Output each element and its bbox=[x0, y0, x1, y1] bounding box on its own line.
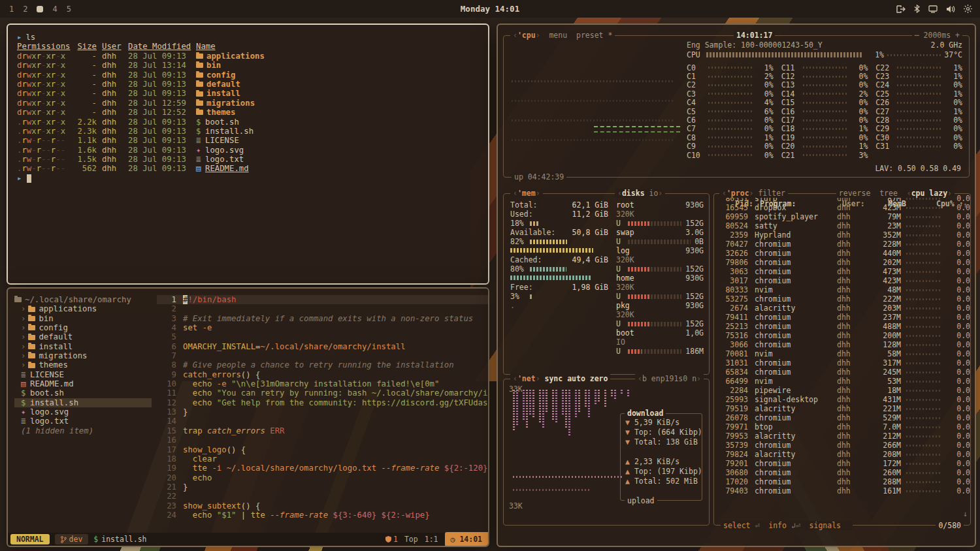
code-line-21[interactable]: 21} bbox=[157, 482, 488, 492]
tree-item-config[interactable]: ›config bbox=[14, 323, 157, 332]
file-row-install.sh[interactable]: .rwxr-xr-x2.3kdhh28 Jul 09:13$install.sh bbox=[17, 127, 479, 136]
process-row-79411[interactable]: 79411chromiumdhh237M0.0 bbox=[714, 313, 970, 322]
file-row-boot.sh[interactable]: .rwxr-xr-x2.2kdhh28 Jul 09:13$boot.sh bbox=[17, 118, 479, 127]
code-line-22[interactable]: 22 bbox=[157, 492, 488, 501]
process-row-26078[interactable]: 26078chromiumdhh529M0.0 bbox=[714, 413, 970, 422]
code-line-24[interactable]: 24 echo "$1" | tte --frame-rate ${3:-640… bbox=[157, 511, 488, 520]
process-row-3066[interactable]: 3066chromiumdhh128M0.0 bbox=[714, 340, 970, 349]
process-row-53275[interactable]: 53275chromiumdhh222M0.0 bbox=[714, 294, 970, 304]
tree-item-LICENSE[interactable]: ≣LICENSE bbox=[14, 370, 157, 379]
tree-item-applications[interactable]: ›applications bbox=[14, 304, 157, 313]
code-line-7[interactable]: 7 bbox=[157, 351, 488, 360]
tree-item-default[interactable]: ›default bbox=[14, 332, 157, 341]
code-line-13[interactable]: 13} bbox=[157, 407, 488, 417]
process-row-79201[interactable]: 79201chromiumdhh172M0.0 bbox=[714, 459, 970, 468]
git-branch[interactable]: dev bbox=[55, 534, 89, 544]
tree-root[interactable]: ~/.local/share/omarchy bbox=[14, 295, 157, 304]
code-line-17[interactable]: 17show_logo() { bbox=[157, 445, 488, 454]
file-row-logo.txt[interactable]: .rw-r--r--1.5kdhh28 Jul 09:13≣logo.txt bbox=[17, 155, 479, 164]
tree-item-bin[interactable]: ›bin bbox=[14, 314, 157, 323]
code-line-10[interactable]: 10 echo -e "\n\e[31mOmarchy installation… bbox=[157, 379, 488, 388]
file-row-LICENSE[interactable]: .rw-r--r--1.1kdhh28 Jul 09:13≣LICENSE bbox=[17, 136, 479, 145]
logout-icon[interactable] bbox=[896, 5, 906, 13]
editor-window[interactable]: ~/.local/share/omarchy ›applications›bin… bbox=[7, 287, 489, 547]
process-row-2359[interactable]: 2359Hyprlanddhh352M0.0 bbox=[714, 230, 970, 240]
file-row-bin[interactable]: drwxr-xr-x-dhh28 Jul 13:14bin bbox=[17, 61, 479, 70]
menu-button[interactable]: menu bbox=[549, 31, 567, 40]
code-editor[interactable]: 1#!/bin/bash23# Exit immediately if a co… bbox=[157, 289, 488, 530]
process-row-2284[interactable]: 2284pipewiredhh18M0.0 bbox=[714, 386, 970, 395]
process-row-25213[interactable]: 25213chromiumdhh488M0.0 bbox=[714, 322, 970, 331]
code-line-15[interactable]: 15trap catch_errors ERR bbox=[157, 426, 488, 435]
tab-proc[interactable]: 'proc bbox=[727, 189, 749, 198]
process-row-79971[interactable]: 79971btopdhh7.0M0.0 bbox=[714, 422, 970, 432]
process-row-3017[interactable]: 3017chromiumdhh423M0.0 bbox=[714, 276, 970, 285]
terminal-window[interactable]: ▸ ls PermissionsSizeUserDate ModifiedNam… bbox=[7, 24, 489, 285]
tab-mem[interactable]: 'mem bbox=[517, 189, 536, 198]
process-row-79824[interactable]: 79824alacrittydhh208M0.0 bbox=[714, 450, 970, 459]
process-row-32626[interactable]: 32626chromiumdhh440M0.0 bbox=[714, 249, 970, 258]
code-line-18[interactable]: 18 clear bbox=[157, 454, 488, 464]
code-line-23[interactable]: 23show_subtext() { bbox=[157, 501, 488, 511]
code-line-12[interactable]: 12 echo "Get help from the community: ht… bbox=[157, 398, 488, 407]
process-row-80524[interactable]: 80524sattydhh23M0.0 bbox=[714, 221, 970, 230]
net-interface[interactable]: ‹b enp191s0 n› bbox=[635, 374, 704, 383]
reverse-toggle[interactable]: reverse bbox=[839, 189, 870, 198]
filter-button[interactable]: filter bbox=[758, 189, 785, 198]
code-line-2[interactable]: 2 bbox=[157, 304, 488, 313]
file-row-migrations[interactable]: drwxr-xr-x-dhh28 Jul 12:59migrations bbox=[17, 99, 479, 108]
process-row-79806[interactable]: 79806chromiumdhh202M0.0 bbox=[714, 258, 970, 267]
code-line-8[interactable]: 8# Give people a chance to retry running… bbox=[157, 360, 488, 370]
tab-disks[interactable]: disks bbox=[622, 189, 645, 198]
net-modes[interactable]: sync auto zero bbox=[545, 374, 608, 383]
code-line-6[interactable]: 6OMARCHY_INSTALL=~/.local/share/omarchy/… bbox=[157, 342, 488, 351]
tree-item-install[interactable]: ›install bbox=[14, 342, 157, 351]
update-interval[interactable]: ─ 2000ms + bbox=[912, 31, 962, 40]
file-row-default[interactable]: drwxr-xr-x-dhh28 Jul 09:13default bbox=[17, 80, 479, 89]
process-row-2674[interactable]: 2674alacrittydhh203M0.0 bbox=[714, 304, 970, 313]
tree-item-boot.sh[interactable]: $boot.sh bbox=[14, 388, 157, 398]
code-line-3[interactable]: 3# Exit immediately if a command exits w… bbox=[157, 314, 488, 323]
process-row-35739[interactable]: 35739chromiumdhh266M0.0 bbox=[714, 441, 970, 450]
process-row-79519[interactable]: 79519alacrittydhh221M0.0 bbox=[714, 404, 970, 413]
process-row-30680[interactable]: 30680chromiumdhh260M0.0 bbox=[714, 468, 970, 477]
process-row-79403[interactable]: 79403chromiumdhh161M0.0 bbox=[714, 486, 970, 496]
tab-net[interactable]: 'net bbox=[517, 374, 536, 383]
tree-item-logo.svg[interactable]: ✦logo.svg bbox=[14, 407, 157, 417]
file-row-install[interactable]: drwxr-xr-x-dhh28 Jul 09:13install bbox=[17, 89, 479, 98]
process-row-70081[interactable]: 70081nvimdhh58M0.0 bbox=[714, 349, 970, 358]
preset-button[interactable]: preset * bbox=[576, 31, 612, 40]
process-row-69959[interactable]: 69959spotify_playerdhh79M0.0 bbox=[714, 212, 970, 221]
code-line-11[interactable]: 11 echo "You can retry by running: bash … bbox=[157, 388, 488, 398]
code-line-9[interactable]: 9catch_errors() { bbox=[157, 370, 488, 379]
code-line-19[interactable]: 19 tte -i ~/.local/share/omarchy/logo.tx… bbox=[157, 464, 488, 473]
tab-io[interactable]: io bbox=[649, 189, 659, 198]
process-row-31031[interactable]: 31031chromiumdhh317M0.0 bbox=[714, 358, 970, 368]
code-line-1[interactable]: 1#!/bin/bash bbox=[157, 295, 488, 304]
code-line-20[interactable]: 20 echo bbox=[157, 473, 488, 482]
process-table-header[interactable]: Pid:Program:User:MemBCpu% ↑ bbox=[719, 199, 961, 208]
btop-window[interactable]: ‹'cpu› menu preset * 14:01:17 ─ 2000ms +… bbox=[497, 24, 976, 547]
file-row-README.md[interactable]: .rw-r--r--562dhh28 Jul 09:13▤README.md bbox=[17, 164, 479, 173]
tree-item-README.md[interactable]: ▤README.md bbox=[14, 379, 157, 388]
tree-toggle[interactable]: tree bbox=[879, 189, 898, 198]
file-row-applications[interactable]: drwxr-xr-x-dhh28 Jul 09:13applications bbox=[17, 52, 479, 61]
prompt-line-empty[interactable]: ▸ bbox=[17, 174, 479, 183]
tree-item-themes[interactable]: ›themes bbox=[14, 360, 157, 370]
file-row-config[interactable]: drwxr-xr-x-dhh28 Jul 09:13config bbox=[17, 71, 479, 80]
process-row-65834[interactable]: 65834chromiumdhh245M0.0 bbox=[714, 368, 970, 377]
tree-item-install.sh[interactable]: $install.sh bbox=[14, 398, 152, 407]
network-icon[interactable] bbox=[928, 5, 938, 13]
bluetooth-icon[interactable] bbox=[914, 5, 920, 13]
process-row-66499[interactable]: 66499nvimdhh53M0.0 bbox=[714, 377, 970, 386]
code-line-5[interactable]: 5 bbox=[157, 332, 488, 341]
file-row-logo.svg[interactable]: .rw-r--r--1.6kdhh28 Jul 09:13✦logo.svg bbox=[17, 146, 479, 155]
process-row-75316[interactable]: 75316chromiumdhh200M0.0 bbox=[714, 331, 970, 340]
process-row-79953[interactable]: 79953alacrittydhh212M0.0 bbox=[714, 432, 970, 441]
scroll-down-icon[interactable]: ↓ bbox=[963, 509, 968, 518]
process-row-3063[interactable]: 3063chromiumdhh473M0.0 bbox=[714, 267, 970, 276]
process-row-70427[interactable]: 70427chromiumdhh228M0.0 bbox=[714, 240, 970, 249]
code-line-4[interactable]: 4set -e bbox=[157, 323, 488, 332]
tab-cpu[interactable]: 'cpu bbox=[517, 31, 536, 40]
volume-icon[interactable] bbox=[946, 5, 955, 13]
